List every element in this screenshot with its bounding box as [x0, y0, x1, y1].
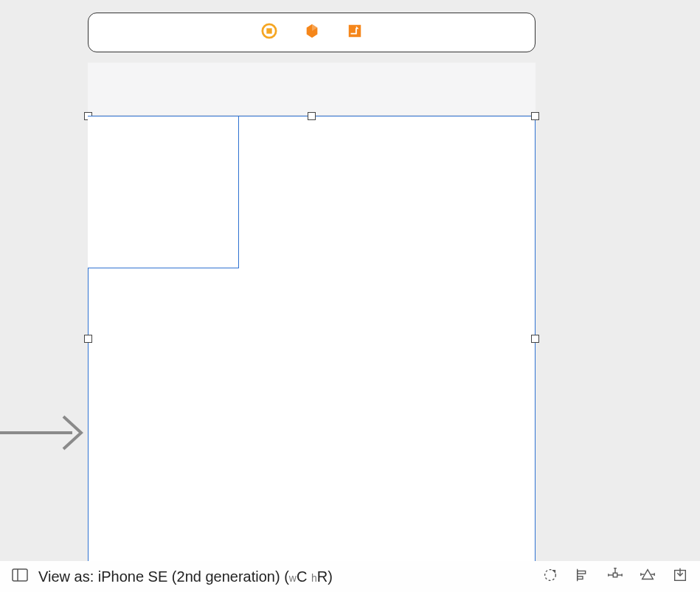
svg-rect-1	[266, 28, 271, 33]
view-as-control[interactable]: View as: iPhone SE (2nd generation) (wC …	[38, 568, 333, 585]
debug-bar	[88, 13, 536, 52]
initial-view-controller-arrow-icon[interactable]	[0, 409, 89, 459]
svg-point-7	[545, 569, 556, 580]
svg-rect-10	[578, 576, 583, 579]
resolve-layout-icon[interactable]	[640, 567, 656, 587]
height-class: R	[317, 568, 328, 585]
width-class: C	[297, 568, 307, 585]
child-uiview[interactable]	[88, 116, 239, 268]
canvas-footer: View as: iPhone SE (2nd generation) (wC …	[0, 561, 700, 592]
view-as-open-paren: (	[280, 568, 289, 585]
svg-rect-5	[13, 569, 27, 581]
stop-icon[interactable]	[261, 23, 277, 42]
embed-in-icon[interactable]	[672, 567, 688, 587]
align-icon[interactable]	[575, 567, 591, 587]
status-bar-area[interactable]	[88, 63, 536, 116]
svg-rect-9	[578, 571, 586, 574]
resize-handle-top-right[interactable]	[531, 112, 539, 120]
resize-handle-mid-right[interactable]	[531, 335, 539, 343]
svg-rect-2	[348, 25, 361, 38]
view-as-device: iPhone SE (2nd generation)	[98, 568, 280, 585]
view-as-close-paren: )	[328, 568, 333, 585]
resize-handle-top-mid[interactable]	[308, 112, 316, 120]
resize-handle-mid-left[interactable]	[84, 335, 92, 343]
width-prefix: w	[289, 571, 297, 583]
footer-actions	[542, 567, 688, 587]
debug-location-icon[interactable]	[347, 23, 363, 42]
storyboard-scene[interactable]	[88, 63, 536, 563]
height-prefix: h	[311, 571, 317, 583]
root-view[interactable]	[88, 116, 536, 563]
svg-rect-11	[613, 573, 617, 577]
panel-toggle-icon[interactable]	[12, 568, 28, 585]
debug-hierarchy-icon[interactable]	[304, 23, 320, 42]
pin-constraints-icon[interactable]	[607, 567, 623, 587]
update-constraints-icon[interactable]	[542, 567, 558, 587]
view-as-prefix: View as:	[38, 568, 98, 585]
